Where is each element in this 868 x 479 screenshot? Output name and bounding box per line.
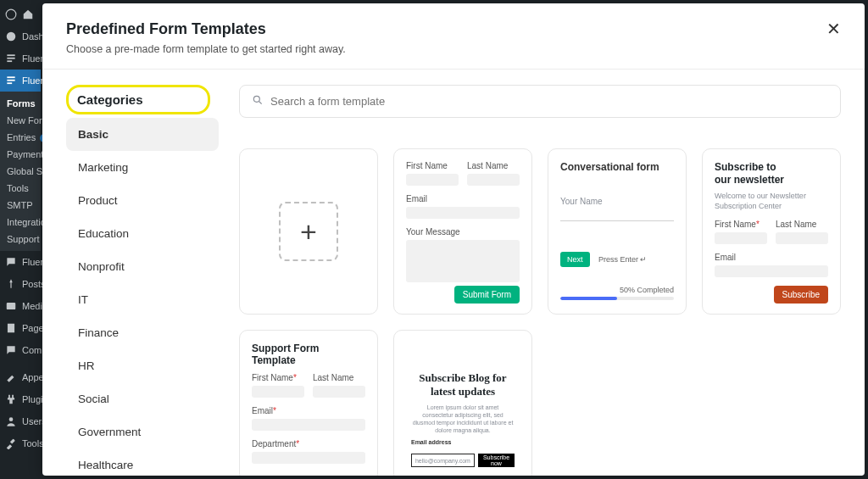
categories-header: Categories xyxy=(66,85,210,114)
blog-subscribe-button: Subscribe now xyxy=(478,454,515,467)
pin-icon xyxy=(5,278,17,290)
submenu-support[interactable]: Support xyxy=(7,231,41,248)
label-nl-last-name: Last Name xyxy=(776,220,828,229)
plug-icon xyxy=(5,393,17,405)
search-box[interactable] xyxy=(239,85,841,118)
svg-rect-2 xyxy=(7,54,14,56)
svg-rect-3 xyxy=(7,58,14,59)
svg-rect-7 xyxy=(7,82,12,84)
label-last-name: Last Name xyxy=(467,161,520,170)
sidebar-item-posts[interactable]: Posts xyxy=(0,273,41,295)
wordpress-icon xyxy=(5,8,17,20)
svg-rect-4 xyxy=(7,60,12,62)
sidebar-item-fluent-1[interactable]: Fluen xyxy=(0,47,41,70)
wrench-icon xyxy=(5,437,17,449)
close-icon[interactable]: ✕ xyxy=(826,20,841,37)
categories-panel: Categories Basic Marketing Product Educa… xyxy=(66,85,219,476)
modal-title: Predefined Form Templates xyxy=(66,20,346,38)
newsletter-title: Subscribe toour newsletter xyxy=(715,161,828,187)
brush-icon xyxy=(5,371,17,383)
modal-subtitle: Choose a pre-made form template to get s… xyxy=(66,43,346,55)
category-nonprofit[interactable]: Nonprofit xyxy=(66,250,219,283)
page-icon xyxy=(5,322,17,334)
category-product[interactable]: Product xyxy=(66,184,219,217)
label-message: Your Message xyxy=(406,227,520,237)
category-basic[interactable]: Basic xyxy=(66,118,219,151)
template-blank[interactable]: + xyxy=(239,148,378,315)
category-marketing[interactable]: Marketing xyxy=(66,151,219,184)
sidebar-item-tools[interactable]: Tools xyxy=(0,432,41,454)
svg-rect-5 xyxy=(7,76,14,78)
template-blog-subscribe[interactable]: Subscribe Blog for latest updates Lorem … xyxy=(393,330,532,476)
newsletter-subtitle: Welcome to our Newsletter Subscription C… xyxy=(715,192,828,211)
wp-admin-sidebar: Dashb Fluen Fluen Forms New Form Entries… xyxy=(0,0,41,479)
blog-email-input: hello@company.com xyxy=(411,454,475,467)
sidebar-item-comments[interactable]: Comm xyxy=(0,339,41,361)
label-first-name: First Name xyxy=(406,161,459,170)
submenu-payments[interactable]: Payments xyxy=(7,146,41,163)
progress-bar xyxy=(560,297,674,300)
label-nl-first-name: First Name* xyxy=(715,220,767,229)
submenu-tools[interactable]: Tools xyxy=(7,180,41,197)
templates-modal: Predefined Form Templates Choose a pre-m… xyxy=(42,3,865,476)
submenu-forms[interactable]: Forms xyxy=(7,95,41,112)
category-hr[interactable]: HR xyxy=(66,349,219,382)
template-newsletter[interactable]: Subscribe toour newsletter Welcome to ou… xyxy=(702,148,841,315)
submenu-entries[interactable]: Entries 1 xyxy=(7,129,41,146)
subscribe-button: Subscribe xyxy=(774,286,828,304)
submenu-global-settings[interactable]: Global Se xyxy=(7,163,41,180)
sidebar-item-users[interactable]: Users xyxy=(0,410,41,432)
label-sf-department: Department* xyxy=(252,439,365,448)
category-education[interactable]: Education xyxy=(66,217,219,250)
sidebar-item-plugins[interactable]: Plugi xyxy=(0,388,41,410)
template-support-form[interactable]: Support Form Template First Name* Last N… xyxy=(239,330,378,476)
submenu-smtp[interactable]: SMTP xyxy=(7,197,41,214)
sidebar-item-media[interactable]: Media xyxy=(0,295,41,317)
progress-text: 50% Completed xyxy=(560,286,674,294)
conversational-title: Conversational form xyxy=(560,161,674,173)
blog-lorem: Lorem ipsum dolor sit amet consectetur a… xyxy=(406,404,520,434)
label-your-name: Your Name xyxy=(560,197,674,206)
category-healthcare[interactable]: Healthcare xyxy=(66,448,219,476)
category-social[interactable]: Social xyxy=(66,382,219,415)
svg-point-0 xyxy=(6,9,16,19)
submit-form-button: Submit Form xyxy=(454,286,520,304)
blank-form-icon: + xyxy=(279,202,338,261)
template-contact-form[interactable]: First Name Last Name Email Your Message … xyxy=(393,148,532,315)
label-email: Email xyxy=(406,194,520,203)
form-icon xyxy=(5,53,17,64)
user-icon xyxy=(5,415,17,427)
submenu-new-form[interactable]: New Form xyxy=(7,112,41,129)
search-icon xyxy=(252,94,264,109)
svg-point-11 xyxy=(253,96,259,102)
templates-grid-row2: Support Form Template First Name* Last N… xyxy=(239,330,841,476)
blog-title: Subscribe Blog for latest updates xyxy=(406,371,520,398)
sidebar-item-fluent-2[interactable]: Fluen xyxy=(0,251,41,273)
svg-line-12 xyxy=(259,102,262,104)
label-sf-last-name: Last Name xyxy=(313,373,365,382)
search-input[interactable] xyxy=(270,95,828,108)
submenu-integrations[interactable]: Integratio xyxy=(7,214,41,231)
sidebar-item-appearance[interactable]: Appe xyxy=(0,366,41,388)
wp-logo-item[interactable] xyxy=(0,3,41,25)
sidebar-item-fluent-active[interactable]: Fluen xyxy=(0,70,41,92)
categories-list: Basic Marketing Product Education Nonpro… xyxy=(66,118,219,476)
category-it[interactable]: IT xyxy=(66,283,219,316)
sidebar-item-pages[interactable]: Pages xyxy=(0,317,41,339)
form-icon xyxy=(5,75,17,86)
label-sf-email: Email* xyxy=(252,406,365,415)
media-icon xyxy=(5,300,17,312)
category-government[interactable]: Government xyxy=(66,415,219,448)
press-enter-hint: Press Enter ↵ xyxy=(598,255,648,264)
svg-point-10 xyxy=(9,417,14,421)
template-conversational[interactable]: Conversational form Your Name Next Press… xyxy=(548,148,687,315)
dashboard-icon xyxy=(5,31,17,42)
home-icon xyxy=(22,8,34,20)
sidebar-item-dashboard[interactable]: Dashb xyxy=(0,25,41,47)
support-title: Support Form Template xyxy=(252,343,365,366)
category-finance[interactable]: Finance xyxy=(66,316,219,349)
next-button: Next xyxy=(560,252,590,267)
svg-rect-8 xyxy=(7,303,16,309)
label-nl-email: Email xyxy=(715,253,828,262)
templates-grid: + First Name Last Name Email Your Messag… xyxy=(239,148,841,315)
